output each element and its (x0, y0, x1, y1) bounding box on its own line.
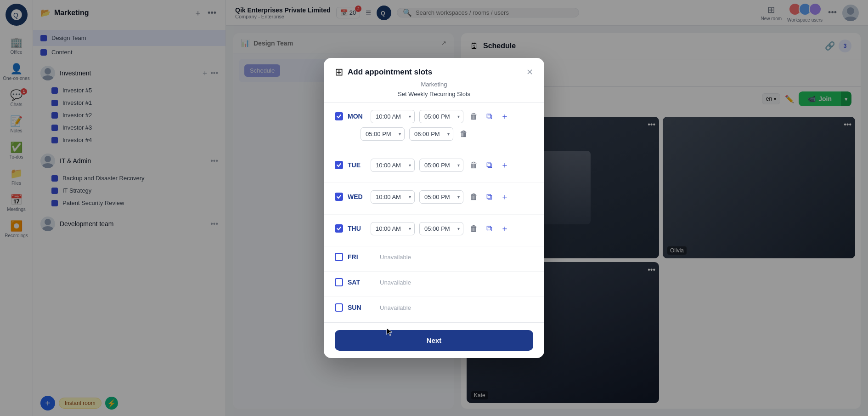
add-appointment-modal: ⊞ Add appointment slots ✕ Marketing Set … (324, 58, 544, 358)
modal-header-icon: ⊞ (335, 66, 343, 78)
modal-workspace: Marketing (324, 78, 544, 91)
add-slot-wed-1[interactable]: ＋ (499, 189, 511, 204)
day-label-sun: SUN (348, 304, 366, 311)
wed-end-time-1[interactable]: 05:00 PM (419, 190, 463, 204)
day-row-fri: FRI Unavailable (324, 246, 544, 272)
thu-start-time-1[interactable]: 10:00 AM (371, 222, 415, 235)
day-row-wed: WED 10:00 AM 05:00 PM 🗑 ⧉ (324, 183, 544, 215)
modal-footer: Next (324, 322, 544, 358)
day-row-sat: SAT Unavailable (324, 272, 544, 297)
checkbox-mon[interactable] (335, 112, 343, 120)
delete-slot-mon-1[interactable]: 🗑 (468, 110, 480, 123)
add-slot-mon-1[interactable]: ＋ (499, 109, 511, 124)
checkbox-sun[interactable] (335, 303, 343, 312)
day-row-sun: SUN Unavailable (324, 297, 544, 322)
delete-slot-mon-2[interactable]: 🗑 (458, 127, 470, 141)
day-label-sat: SAT (348, 279, 366, 286)
modal-body: MON 10:00 AM 05:00 PM 🗑 ⧉ (324, 103, 544, 322)
modal-overlay: ⊞ Add appointment slots ✕ Marketing Set … (0, 0, 868, 416)
time-slot-tue-1: TUE 10:00 AM 05:00 PM 🗑 ⧉ (335, 158, 533, 172)
checkbox-wed[interactable] (335, 193, 343, 201)
next-button[interactable]: Next (335, 330, 533, 351)
copy-slot-wed-1[interactable]: ⧉ (485, 190, 494, 204)
time-slot-sun-1: SUN Unavailable (335, 303, 533, 312)
mon-start-time-2[interactable]: 05:00 PM (361, 127, 405, 141)
day-label-fri: FRI (348, 253, 366, 261)
modal-close-button[interactable]: ✕ (526, 67, 533, 77)
time-slot-wed-1: WED 10:00 AM 05:00 PM 🗑 ⧉ (335, 189, 533, 204)
day-label-wed: WED (348, 193, 366, 200)
day-label-tue: TUE (348, 161, 366, 169)
sat-unavailable: Unavailable (380, 279, 411, 286)
time-slot-mon-2: 05:00 PM 06:00 PM 🗑 (335, 127, 533, 141)
tue-end-time-1[interactable]: 05:00 PM (419, 159, 463, 172)
thu-end-time-1[interactable]: 05:00 PM (419, 222, 463, 235)
delete-slot-thu-1[interactable]: 🗑 (468, 222, 480, 235)
sun-unavailable: Unavailable (380, 304, 411, 311)
add-slot-tue-1[interactable]: ＋ (499, 158, 511, 172)
day-row-thu: THU 10:00 AM 05:00 PM 🗑 ⧉ (324, 215, 544, 246)
checkbox-fri[interactable] (335, 253, 343, 261)
modal-header-wrap: ⊞ Add appointment slots ✕ Marketing Set … (324, 58, 544, 103)
checkbox-sat[interactable] (335, 278, 343, 286)
time-slot-thu-1: THU 10:00 AM 05:00 PM 🗑 ⧉ (335, 221, 533, 236)
day-row-mon: MON 10:00 AM 05:00 PM 🗑 ⧉ (324, 103, 544, 151)
fri-unavailable: Unavailable (380, 254, 411, 261)
time-slot-fri-1: FRI Unavailable (335, 253, 533, 261)
copy-slot-tue-1[interactable]: ⧉ (485, 159, 494, 172)
day-row-tue: TUE 10:00 AM 05:00 PM 🗑 ⧉ (324, 151, 544, 183)
time-slot-sat-1: SAT Unavailable (335, 278, 533, 286)
copy-slot-thu-1[interactable]: ⧉ (485, 222, 494, 235)
modal-slot-subtitle: Set Weekly Recurring Slots (324, 91, 544, 103)
time-slot-mon-1: MON 10:00 AM 05:00 PM 🗑 ⧉ (335, 109, 533, 124)
wed-start-time-1[interactable]: 10:00 AM (371, 190, 415, 204)
mon-end-time-2[interactable]: 06:00 PM (409, 127, 453, 141)
mon-start-time-1[interactable]: 10:00 AM (371, 110, 415, 123)
day-label-mon: MON (348, 113, 366, 120)
modal-title: Add appointment slots (348, 68, 526, 77)
checkbox-thu[interactable] (335, 224, 343, 233)
delete-slot-tue-1[interactable]: 🗑 (468, 159, 480, 172)
modal-header-row: ⊞ Add appointment slots ✕ (324, 58, 544, 78)
mon-end-time-1[interactable]: 05:00 PM (419, 110, 463, 123)
tue-start-time-1[interactable]: 10:00 AM (371, 159, 415, 172)
copy-slot-mon-1[interactable]: ⧉ (485, 110, 494, 123)
checkbox-tue[interactable] (335, 161, 343, 169)
add-slot-thu-1[interactable]: ＋ (499, 221, 511, 236)
delete-slot-wed-1[interactable]: 🗑 (468, 190, 480, 204)
day-label-thu: THU (348, 225, 366, 232)
